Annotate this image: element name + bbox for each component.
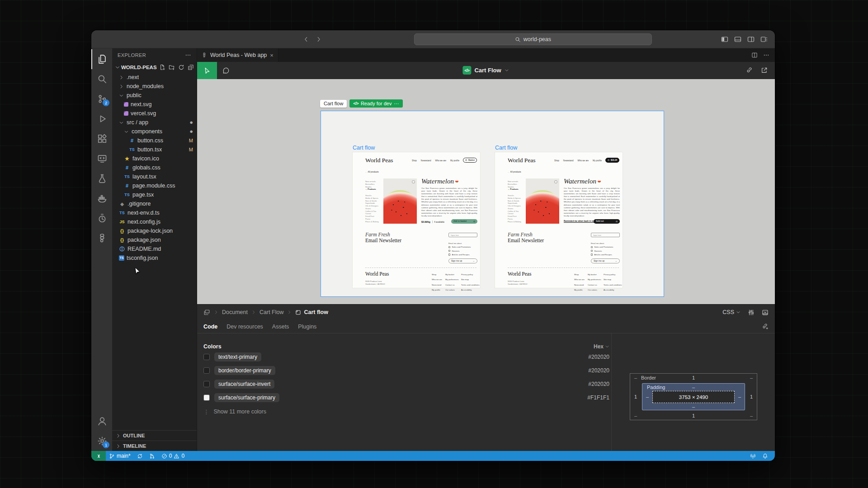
unit-select[interactable]: Hex (594, 343, 609, 350)
problems-item[interactable]: 0 0 (158, 451, 188, 461)
pull-request-button[interactable] (146, 451, 158, 461)
badge-more-icon[interactable]: ⋯ (394, 101, 399, 107)
sidebar-section-outline[interactable]: OUTLINE (112, 430, 197, 441)
tree-item[interactable]: ◆.gitignore (112, 199, 197, 208)
color-row[interactable]: text/text-primary#202020 (203, 350, 609, 363)
copy-link-icon[interactable] (746, 67, 753, 74)
show-more-colors[interactable]: ⋮ Show 11 more colors (203, 406, 609, 418)
open-in-figma-icon[interactable] (761, 67, 768, 74)
tree-item[interactable]: #page.module.css (112, 181, 197, 190)
broadcast-button[interactable] (747, 451, 759, 461)
add-link-icon[interactable] (762, 323, 769, 330)
tab-close-icon[interactable]: × (270, 52, 274, 59)
explorer-more-icon[interactable] (185, 52, 191, 58)
activity-figma[interactable] (91, 228, 112, 248)
activity-timer[interactable] (91, 208, 112, 228)
border-top-value[interactable]: 1 (630, 375, 757, 380)
activity-settings[interactable]: 1 (91, 431, 112, 451)
breadcrumb-cart-flow[interactable]: Cart Flow (259, 309, 283, 315)
tree-item[interactable]: next.svg (112, 100, 197, 109)
design-frame-1[interactable]: Cart flow World Peas ShopNewsstandWho we… (352, 152, 481, 288)
color-row[interactable]: border/border-primary#202020 (203, 364, 609, 377)
tree-item[interactable]: node_modules (112, 82, 197, 91)
tree-item[interactable]: TSnext-env.d.ts (112, 208, 197, 217)
sync-button[interactable] (134, 451, 146, 461)
tree-item[interactable]: TStsconfig.json (112, 253, 197, 263)
design-frame-2[interactable]: Cart flow World Peas ShopNewsstandWho we… (495, 152, 623, 288)
collapse-folders-icon[interactable] (188, 64, 194, 70)
color-token-name[interactable]: surface/surface-primary (214, 393, 279, 402)
tree-item[interactable]: vercel.svg (112, 109, 197, 118)
pages-icon[interactable] (203, 309, 210, 316)
tree-item[interactable]: public (112, 91, 197, 100)
activity-testing[interactable] (91, 169, 112, 188)
color-hex-value[interactable]: #F1F1F1 (587, 394, 609, 401)
border-bottom-value[interactable]: 1 (630, 413, 757, 418)
history-forward-icon[interactable] (316, 36, 322, 42)
tree-item[interactable]: TSpage.tsx (112, 190, 197, 199)
project-root-row[interactable]: WORLD-PEAS (112, 62, 197, 73)
color-token-name[interactable]: text/text-primary (214, 352, 261, 361)
activity-remote-explorer[interactable] (91, 149, 112, 169)
tree-item[interactable]: TSlayout.tsx (112, 172, 197, 181)
notifications-button[interactable] (759, 451, 771, 461)
breadcrumb-current[interactable]: Cart flow (295, 309, 328, 315)
activity-explorer[interactable] (91, 49, 112, 69)
page-picker[interactable]: </> Cart Flow (462, 66, 509, 75)
toggle-secondary-sidebar-icon[interactable] (747, 36, 755, 43)
new-folder-icon[interactable] (169, 64, 175, 70)
ready-for-dev-badge[interactable]: </> Ready for dev ⋯ (349, 99, 403, 108)
color-hex-value[interactable]: #202020 (588, 367, 609, 374)
tab-dev-resources[interactable]: Dev resources (226, 324, 263, 330)
git-branch-item[interactable]: main* (106, 451, 134, 461)
activity-accounts[interactable] (91, 411, 112, 431)
content-size[interactable]: 3753 × 2490 (652, 391, 735, 403)
remote-indicator[interactable] (91, 451, 106, 461)
tree-item[interactable]: {}package.json (112, 235, 197, 244)
color-row[interactable]: surface/surface-invert#202020 (203, 377, 609, 390)
language-select[interactable]: CSS (722, 309, 741, 315)
tab-code[interactable]: Code (203, 324, 217, 330)
tree-item[interactable]: #button.cssM (112, 136, 197, 145)
border-right-value[interactable]: 1 (750, 394, 753, 399)
tree-item[interactable]: TSbutton.tsxM (112, 145, 197, 154)
breadcrumb-document[interactable]: Document (222, 309, 248, 315)
activity-run-debug[interactable] (91, 109, 112, 129)
split-editor-icon[interactable] (751, 52, 758, 58)
tree-item[interactable]: #globals.css (112, 163, 197, 172)
activity-source-control[interactable]: 2 (91, 89, 112, 109)
color-hex-value[interactable]: #202020 (588, 381, 609, 387)
settings-sliders-icon[interactable] (748, 309, 755, 316)
tree-item[interactable]: {}package-lock.json (112, 226, 197, 235)
color-token-name[interactable]: surface/surface-invert (214, 380, 274, 389)
border-left-value[interactable]: 1 (634, 394, 637, 399)
canvas-outer-frame[interactable]: Cart flow </> Ready for dev ⋯ Cart flow … (321, 111, 664, 297)
new-file-icon[interactable] (159, 64, 165, 70)
refresh-explorer-icon[interactable] (178, 64, 184, 70)
frame-name-label[interactable]: Cart flow (353, 145, 375, 151)
customize-layout-icon[interactable] (760, 36, 768, 43)
tree-item[interactable]: .next (112, 73, 197, 82)
selected-frame-badge[interactable]: Cart flow (320, 100, 347, 108)
history-back-icon[interactable] (303, 36, 309, 42)
color-hex-value[interactable]: #202020 (588, 354, 609, 360)
activity-extensions[interactable] (91, 129, 112, 149)
tab-assets[interactable]: Assets (272, 324, 289, 330)
color-row[interactable]: surface/surface-primary#F1F1F1 (203, 391, 609, 404)
activity-search[interactable] (91, 69, 112, 89)
figma-canvas[interactable]: Cart flow </> Ready for dev ⋯ Cart flow … (197, 79, 775, 304)
sidebar-section-timeline[interactable]: TIMELINE (112, 441, 197, 451)
tree-item[interactable]: ⓘREADME.md (112, 244, 197, 253)
tree-item[interactable]: JSnext.config.js (112, 217, 197, 226)
tab-plugins[interactable]: Plugins (298, 324, 316, 330)
select-tool-button[interactable] (197, 62, 217, 79)
tree-item[interactable]: src / app● (112, 118, 197, 127)
toggle-sidebar-icon[interactable] (721, 36, 728, 43)
tree-item[interactable]: components● (112, 127, 197, 136)
comment-tool-button[interactable] (217, 62, 235, 79)
color-token-name[interactable]: border/border-primary (214, 366, 275, 375)
activity-docker[interactable] (91, 188, 112, 208)
command-center-search[interactable]: world-peas (414, 33, 652, 45)
tree-item[interactable]: ★favicon.ico (112, 154, 197, 163)
frame-name-label[interactable]: Cart flow (495, 145, 517, 151)
